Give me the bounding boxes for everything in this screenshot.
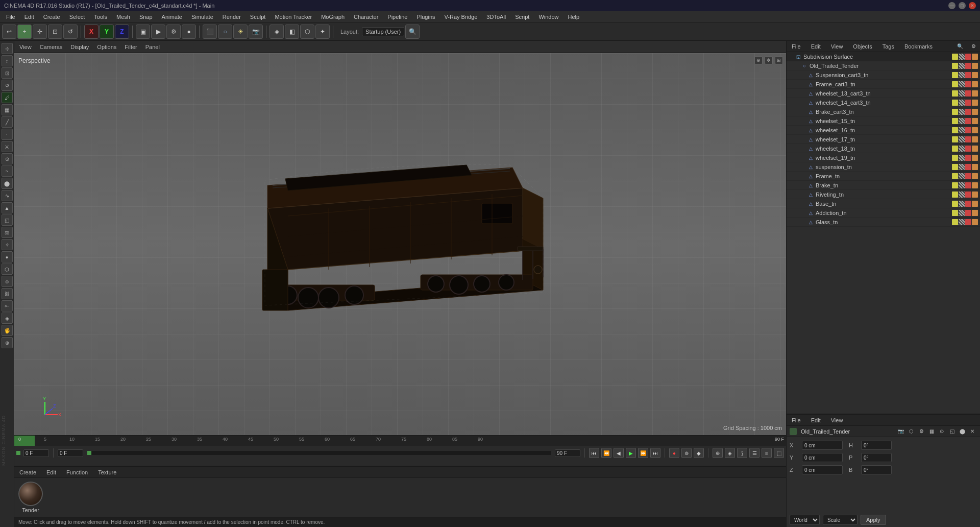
lt-uv[interactable]: ◱ — [2, 214, 13, 226]
maximize-button[interactable]: □ — [959, 2, 966, 9]
menu-plugins[interactable]: Plugins — [412, 13, 439, 21]
om-settings-icon[interactable]: ⚙ — [969, 42, 978, 51]
minimize-button[interactable]: — — [948, 2, 955, 9]
toolbar-live-select[interactable]: + — [17, 25, 32, 39]
vis-btn-t1[interactable] — [952, 63, 958, 69]
lt-hair[interactable]: ⟜ — [2, 300, 13, 312]
viewport-nav-rotate[interactable]: ⊕ — [754, 56, 763, 64]
key-mode-btn[interactable]: ◈ — [725, 448, 735, 458]
current-frame-display[interactable]: 0 F — [23, 449, 49, 457]
menu-file[interactable]: File — [2, 13, 19, 21]
menu-script[interactable]: Script — [511, 13, 533, 21]
mat-function-menu[interactable]: Function — [63, 468, 91, 476]
toolbar-z-axis[interactable]: Z — [115, 25, 129, 39]
dope-sheet-btn[interactable]: ≡ — [762, 448, 772, 458]
layout-selector[interactable]: Startup (User) — [362, 27, 404, 36]
vis-btn-4[interactable] — [972, 54, 978, 60]
material-slot[interactable]: Tender — [18, 482, 43, 513]
record-btn[interactable]: ● — [669, 448, 679, 458]
key-btn[interactable]: ◆ — [694, 448, 704, 458]
attr-z-input[interactable] — [802, 465, 843, 474]
attr-file-menu[interactable]: File — [789, 416, 804, 424]
obj-suspension-tn[interactable]: △ suspension_tn — [787, 162, 980, 172]
timeline-mode-btn[interactable]: ☰ — [749, 448, 760, 458]
obj-wheelset17[interactable]: △ wheelset_17_tn — [787, 135, 980, 144]
lt-rotate-tool[interactable]: ↺ — [2, 80, 13, 91]
vis-btn-2[interactable] — [959, 54, 965, 60]
menu-snap[interactable]: Snap — [135, 13, 157, 21]
viewport-display-menu[interactable]: Display — [68, 43, 91, 51]
menu-simulate[interactable]: Simulate — [187, 13, 217, 21]
viewport-filter-menu[interactable]: Filter — [122, 43, 139, 51]
obj-wheelset13[interactable]: △ wheelset_13_cart3_tn — [787, 89, 980, 98]
toolbar-polygon-mode[interactable]: ◧ — [285, 25, 299, 39]
lt-model[interactable]: ▲ — [2, 202, 13, 213]
next-frame-button[interactable]: ⏩ — [638, 448, 648, 458]
menu-render[interactable]: Render — [218, 13, 245, 21]
attr-b-input[interactable] — [861, 465, 892, 474]
obj-glass-tn[interactable]: △ Glass_tn — [787, 218, 980, 227]
obj-wheelset15[interactable]: △ wheelset_15_tn — [787, 116, 980, 126]
toolbar-light[interactable]: ☀ — [233, 25, 248, 39]
toolbar-render[interactable]: ▶ — [151, 25, 165, 39]
om-view-menu[interactable]: View — [828, 42, 846, 51]
viewport[interactable]: Perspective ⊕ ✥ ⊞ Grid Spacing : 1000 cm… — [14, 53, 786, 435]
go-end-button[interactable]: ⏭ — [650, 448, 660, 458]
lt-weight[interactable]: ⚖ — [2, 227, 13, 238]
attr-edit-menu[interactable]: Edit — [808, 416, 824, 424]
lt-edge[interactable]: ╱ — [2, 116, 13, 128]
lt-scale-tool[interactable]: ⊡ — [2, 67, 13, 79]
vis-btn-t3[interactable] — [965, 63, 971, 69]
toolbar-render-settings[interactable]: ⚙ — [166, 25, 181, 39]
om-tags-menu[interactable]: Tags — [879, 42, 897, 51]
lt-move-tool[interactable]: ↕ — [2, 55, 13, 66]
attr-icon-2[interactable]: ⬡ — [906, 427, 916, 436]
menu-create[interactable]: Create — [39, 13, 64, 21]
menu-edit[interactable]: Edit — [20, 13, 38, 21]
mat-texture-menu[interactable]: Texture — [95, 468, 119, 476]
toolbar-search[interactable]: 🔍 — [405, 25, 420, 39]
go-start-button[interactable]: ⏮ — [589, 448, 599, 458]
lt-ik[interactable]: ⬡ — [2, 264, 13, 275]
menu-sculpt[interactable]: Sculpt — [246, 13, 270, 21]
vis-btn-t2[interactable] — [959, 63, 965, 69]
toolbar-point-mode[interactable]: ✦ — [315, 25, 330, 39]
attr-icon-7[interactable]: ⬤ — [958, 427, 967, 436]
mat-create-menu[interactable]: Create — [16, 468, 39, 476]
toolbar-rotate[interactable]: ↺ — [63, 25, 78, 39]
lt-spline[interactable]: ∿ — [2, 190, 13, 201]
frame-start-input[interactable]: 0 F — [58, 449, 83, 457]
material-thumbnail[interactable] — [18, 482, 43, 506]
obj-brake-tn[interactable]: △ Brake_tn — [787, 181, 980, 190]
vis-btn-3[interactable] — [965, 54, 971, 60]
obj-brake-cart3[interactable]: △ Brake_cart3_tn — [787, 107, 980, 116]
viewport-options-menu[interactable]: Options — [95, 43, 118, 51]
lt-smooth[interactable]: ~ — [2, 165, 13, 177]
toolbar-undo[interactable]: ↩ — [2, 25, 16, 39]
obj-suspension-cart3[interactable]: △ Suspension_cart3_tn — [787, 70, 980, 80]
lt-vertex[interactable]: ✧ — [2, 239, 13, 250]
om-file-menu[interactable]: File — [789, 42, 804, 51]
prev-frame-button[interactable]: ⏪ — [601, 448, 611, 458]
obj-frame-cart3[interactable]: △ Frame_cart3_tn — [787, 80, 980, 89]
viewport-panel-menu[interactable]: Panel — [143, 43, 162, 51]
obj-wheelset19[interactable]: △ wheelset_19_tn — [787, 153, 980, 162]
menu-pipeline[interactable]: Pipeline — [383, 13, 411, 21]
lt-knife[interactable]: ⚔ — [2, 141, 13, 152]
om-objects-menu[interactable]: Objects — [850, 42, 875, 51]
obj-base-tn[interactable]: △ Base_tn — [787, 199, 980, 208]
apply-button[interactable]: Apply — [861, 515, 886, 525]
toolbar-edge-mode[interactable]: ⬡ — [300, 25, 314, 39]
auto-key-btn[interactable]: ⊚ — [681, 448, 692, 458]
attr-x-input[interactable] — [802, 441, 843, 450]
attr-y-input[interactable] — [802, 453, 843, 462]
toolbar-camera[interactable]: 📷 — [249, 25, 263, 39]
motion-path-btn[interactable]: ⊕ — [713, 448, 723, 458]
om-search-icon[interactable]: 🔍 — [955, 42, 965, 51]
close-button[interactable]: ✕ — [969, 2, 976, 9]
viewport-nav-zoom[interactable]: ⊞ — [775, 56, 783, 64]
attr-icon-5[interactable]: ⊙ — [937, 427, 946, 436]
attr-coord-system[interactable]: World Object — [790, 515, 820, 525]
viewport-nav-pan[interactable]: ✥ — [765, 56, 773, 64]
om-edit-menu[interactable]: Edit — [808, 42, 824, 51]
